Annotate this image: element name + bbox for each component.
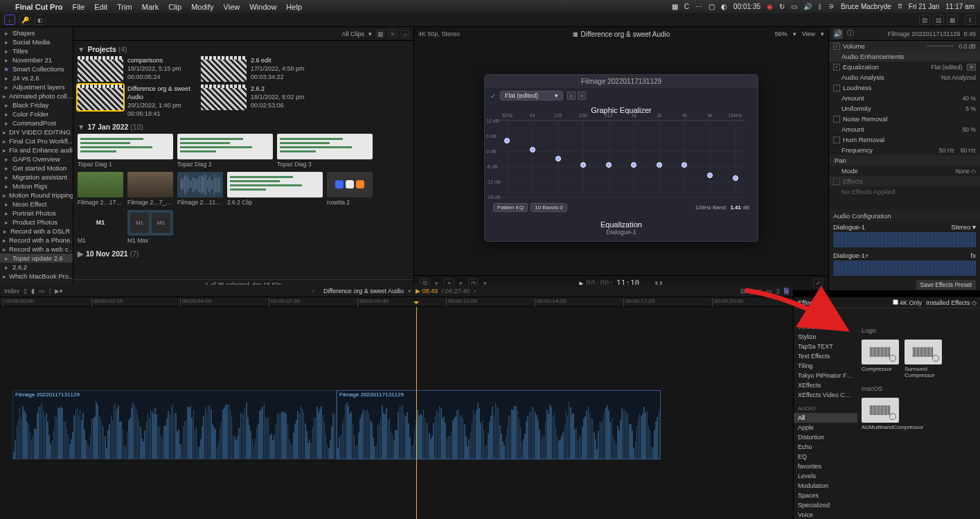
effect-icon[interactable]: fx xyxy=(971,252,976,259)
share-button[interactable]: ⇪ xyxy=(965,15,976,25)
pan-section[interactable]: Pan xyxy=(829,155,980,166)
sidebar-item[interactable]: ▸2.6.2 xyxy=(0,263,73,272)
sidebar-item[interactable]: ▸Social Media xyxy=(0,37,73,46)
volume-section[interactable]: Volume 0.0 dB xyxy=(829,41,980,51)
sidebar-item[interactable]: ▸Final Cut Pro Workfl… xyxy=(0,137,73,146)
project-thumb[interactable] xyxy=(78,56,123,82)
timeline-ruler[interactable]: 00:00:00:0000:00:02:0500:00:04:0000:00:0… xyxy=(0,297,793,307)
project-thumb[interactable] xyxy=(201,56,247,82)
clip-card[interactable]: Filmage 2…117131129 xyxy=(177,172,223,206)
checkbox[interactable] xyxy=(833,64,840,71)
layout-inspector[interactable]: ▦ xyxy=(947,15,958,25)
clip-card[interactable]: 2.6.2 Clip xyxy=(227,172,323,206)
index-button[interactable]: Index xyxy=(4,288,19,294)
audio-enh-section[interactable]: Audio Enhancements xyxy=(829,51,980,62)
status-icon-c[interactable]: C xyxy=(684,3,689,10)
projects-header[interactable]: ▼Projects (4) xyxy=(78,44,409,56)
timeline-clip-2[interactable]: Filmage 20220117131129 xyxy=(337,390,661,459)
tl-opt-4[interactable]: ▭ xyxy=(766,288,772,294)
sidebar-item[interactable]: ▸Adjustment layers xyxy=(0,82,73,91)
fx-category[interactable]: Levels xyxy=(794,471,857,481)
menu-modify[interactable]: Modify xyxy=(191,3,213,11)
timeline-fwd[interactable]: › xyxy=(474,288,481,294)
fx-category[interactable]: Spaces xyxy=(794,491,857,500)
menu-file[interactable]: File xyxy=(72,3,84,11)
fx-item[interactable]: Surround Compressor xyxy=(905,340,942,378)
project-thumb[interactable] xyxy=(78,85,123,110)
eq-enable-check[interactable]: ✓ xyxy=(490,92,496,100)
project-thumb[interactable] xyxy=(201,85,247,110)
eq-band-handle[interactable] xyxy=(530,147,535,152)
sidebar-item[interactable]: ▸Product Photos xyxy=(0,218,73,227)
status-user[interactable]: Bruce Macbryde xyxy=(841,3,891,10)
layout-timeline[interactable]: ▤ xyxy=(933,15,944,25)
status-icon[interactable]: ▦ xyxy=(672,3,678,10)
sidebar-item[interactable]: ▸Color Folder xyxy=(0,109,73,118)
sidebar-item[interactable]: ★Smart Collections xyxy=(0,64,73,73)
clip-card[interactable]: Filmage 2…17_123051 xyxy=(78,172,123,206)
tl-opt-2[interactable]: ♪ xyxy=(750,288,754,294)
tl-opt-5[interactable]: ▯ xyxy=(776,288,780,294)
fx-category[interactable]: Modulation xyxy=(794,481,857,491)
audio-inspector-tab[interactable]: 🔊 xyxy=(833,29,843,39)
sidebar-item[interactable]: ▸Which MacBook Pro… xyxy=(0,272,73,281)
status-icon-gauge[interactable]: ◐ xyxy=(721,3,727,10)
bg-tasks-button[interactable]: ◐ xyxy=(35,15,46,25)
eq-band-handle[interactable] xyxy=(631,162,636,168)
fx-category[interactable]: Specialized xyxy=(794,500,857,510)
fx-category[interactable]: Text Effects xyxy=(794,351,857,361)
status-icon-control[interactable]: ⠿ xyxy=(898,3,902,10)
fx-category[interactable]: Echo xyxy=(794,442,857,452)
eq-band-handle[interactable] xyxy=(733,175,738,181)
status-icon-dots[interactable]: ⋯ xyxy=(695,3,702,10)
volume-check[interactable] xyxy=(833,43,840,50)
timeline[interactable]: Index ▯ ▮ ▭ | ▶▾ ‹ Difference org & swee… xyxy=(0,297,793,519)
fx-category[interactable]: TapSa TEXT xyxy=(794,342,857,351)
eq-band-handle[interactable] xyxy=(606,162,612,168)
timeline-clip-1[interactable]: Filmage 20220117131129 xyxy=(12,390,337,459)
status-icon-bluetooth[interactable]: ᛒ xyxy=(818,3,822,10)
eq-edit-button[interactable]: ≋ xyxy=(967,64,976,71)
fx-category[interactable]: XEffects Video Conferen… xyxy=(794,390,857,400)
import-button[interactable]: ↓ xyxy=(4,15,15,25)
playhead[interactable] xyxy=(416,307,417,519)
eq-band-handle[interactable] xyxy=(504,138,510,143)
fx-category[interactable]: favorites xyxy=(794,461,857,471)
timeline-back[interactable]: ‹ xyxy=(312,288,319,294)
clip-card[interactable]: M1M1 xyxy=(78,210,123,244)
tl-tool-2[interactable]: ▮ xyxy=(31,288,35,294)
sidebar-item[interactable]: ▸Record with a web c… xyxy=(0,245,73,254)
eq-band-handle[interactable] xyxy=(657,162,662,168)
menu-help[interactable]: Help xyxy=(286,3,302,11)
menu-view[interactable]: View xyxy=(224,3,240,11)
sidebar-item[interactable]: ▸DIY VIDEO EDITING xyxy=(0,127,73,137)
checkbox[interactable] xyxy=(833,137,840,143)
project-card[interactable]: Difference org & sweet Audio20/1/2022, 1… xyxy=(78,85,197,118)
sidebar-item[interactable]: ▸Titles xyxy=(0,46,73,55)
clip-card[interactable]: rosetta 2 xyxy=(327,172,373,206)
sidebar-item[interactable]: ▸November 21 xyxy=(0,55,73,64)
inspector-row[interactable]: Loudness xyxy=(829,82,980,93)
fx-category[interactable]: EQ xyxy=(794,452,857,461)
menu-mark[interactable]: Mark xyxy=(142,3,159,11)
project-card[interactable]: 2.6 edit17/1/2022, 4:50 pm00:03:34:22 xyxy=(201,56,320,82)
eq-graph[interactable]: 12 dB6 dB0 dB-6 dB-12 dB-18 dB32Hz641282… xyxy=(497,120,745,197)
prev-icon[interactable]: ‹ xyxy=(567,91,576,100)
viewer-zoom[interactable]: 56% xyxy=(775,30,787,37)
clip-card[interactable]: Topaz Diag 3 xyxy=(277,134,373,168)
section2-header[interactable]: ▼17 Jan 2022 (10) xyxy=(78,121,409,134)
viewer-view-menu[interactable]: View xyxy=(802,30,815,37)
clip-card[interactable]: Filmage 2…7_125240 xyxy=(127,172,173,206)
sidebar-item[interactable]: ▸Record with a DSLR xyxy=(0,227,73,236)
layout-icon[interactable]: ▦ xyxy=(376,30,384,38)
keyword-button[interactable]: 🔑 xyxy=(19,15,30,25)
sidebar-item[interactable]: ▸Migration assistant xyxy=(0,173,73,182)
bands-button[interactable]: 10 Bands 0 xyxy=(531,203,567,212)
4k-only-check[interactable] xyxy=(893,299,898,305)
installed-select[interactable]: Installed Effects ◇ xyxy=(926,299,977,306)
sidebar-item[interactable]: ▸Topaz update 2.6 xyxy=(0,254,73,263)
fx-category[interactable]: Voice xyxy=(794,510,857,519)
clip-card[interactable]: Topaz Diag 1 xyxy=(78,134,173,168)
tl-opt-fx[interactable]: fx xyxy=(784,288,789,294)
status-icon-box[interactable]: ▢ xyxy=(709,3,715,10)
